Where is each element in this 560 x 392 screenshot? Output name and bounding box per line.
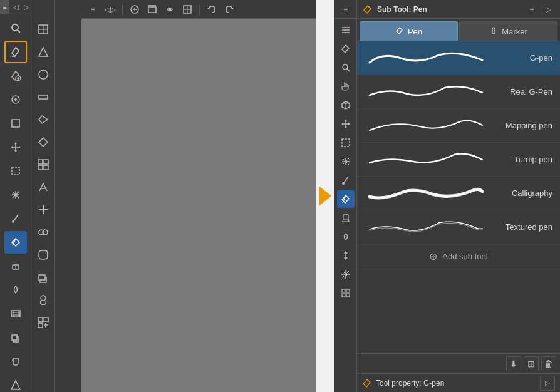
right-tool-hand[interactable] <box>337 78 355 95</box>
svg-rect-55 <box>44 160 48 164</box>
sub-tool-14[interactable] <box>33 312 54 333</box>
right-tool-3d[interactable] <box>337 96 355 114</box>
transform-tool[interactable] <box>4 183 27 206</box>
sub-tool-11[interactable] <box>33 244 54 266</box>
svg-rect-67 <box>44 317 48 322</box>
g-pen-stroke <box>363 49 489 68</box>
sub-tool-8[interactable] <box>33 177 54 198</box>
sub-tool-5[interactable] <box>33 109 54 130</box>
right-tool-figure2[interactable] <box>337 284 355 302</box>
sub-tool-10[interactable] <box>33 222 54 243</box>
redo-icon[interactable] <box>222 2 237 17</box>
pen-settings-tool[interactable] <box>4 64 27 87</box>
selection-tool[interactable] <box>4 160 27 182</box>
svg-rect-74 <box>148 7 156 13</box>
real-g-pen-stroke <box>363 83 489 101</box>
pen-tab-label: Pen <box>408 27 422 36</box>
arrow-right-icon <box>319 186 331 206</box>
sub-tool-13[interactable] <box>33 289 54 311</box>
right-tool-select[interactable] <box>337 134 355 152</box>
fill-pen-tool[interactable] <box>4 231 27 254</box>
svg-point-77 <box>169 8 171 11</box>
svg-marker-36 <box>11 381 20 389</box>
add-icon-btn[interactable]: ⊞ <box>524 356 539 371</box>
sub-tool-header-btn-1[interactable]: ≡ <box>525 3 539 16</box>
canvas-menu-icon[interactable]: ≡ <box>85 2 100 17</box>
right-tool-move[interactable] <box>337 115 355 133</box>
brush-item-calligraphy[interactable]: Calligraphy <box>357 177 560 210</box>
sub-tool-1[interactable] <box>33 19 54 40</box>
svg-rect-117 <box>492 28 495 34</box>
right-tool-star[interactable] <box>337 153 355 170</box>
right-menu-icon[interactable]: ≡ <box>339 3 353 16</box>
marker-tab-label: Marker <box>502 27 527 36</box>
svg-point-103 <box>342 182 345 185</box>
tool-property-expand-btn[interactable]: ▷ <box>540 376 555 391</box>
svg-marker-82 <box>231 8 234 9</box>
canvas-icon-1[interactable] <box>127 2 142 17</box>
brush-item-mapping-pen[interactable]: Mapping pen <box>357 109 560 143</box>
zoom-tool[interactable] <box>4 17 27 39</box>
undo-icon[interactable] <box>204 2 219 17</box>
right-tool-fill-pen[interactable] <box>337 190 355 208</box>
bucket-tool[interactable] <box>4 350 27 373</box>
sub-tool-7[interactable] <box>33 154 54 175</box>
canvas-nav-icon[interactable]: ◁▷ <box>103 2 118 17</box>
svg-marker-49 <box>39 48 48 56</box>
svg-rect-18 <box>12 167 19 175</box>
svg-marker-16 <box>11 146 13 148</box>
brush-item-turnip-pen[interactable]: Turnip pen <box>357 143 560 177</box>
right-tool-blend2[interactable] <box>337 228 355 245</box>
blend-tool[interactable] <box>4 279 27 301</box>
add-sub-tool-btn[interactable]: ⊕ Add sub tool <box>357 244 560 269</box>
sub-tool-3[interactable] <box>33 64 54 85</box>
canvas-icon-3[interactable] <box>162 2 177 17</box>
canvas-icon-2[interactable] <box>145 2 160 17</box>
right-tool-zoom[interactable] <box>337 59 355 76</box>
g-pen-name: G-pen <box>530 53 552 63</box>
right-tool-eyedrop[interactable] <box>337 172 355 189</box>
right-tool-menu[interactable] <box>337 21 355 39</box>
tab-pen[interactable]: Pen <box>360 21 458 41</box>
svg-rect-11 <box>12 120 19 127</box>
right-tool-eraser[interactable] <box>337 209 355 227</box>
sub-tool-9[interactable] <box>33 199 54 220</box>
film-tool[interactable] <box>4 302 27 325</box>
sub-tool-6[interactable] <box>33 132 54 153</box>
sub-tool-header-btn-2[interactable]: ▷ <box>541 3 555 16</box>
right-tool-pen[interactable] <box>337 40 355 58</box>
menu-icon[interactable]: ≡ <box>0 0 9 14</box>
right-tool-sparkle2[interactable] <box>337 266 355 283</box>
eyedropper-tool[interactable] <box>4 207 27 230</box>
brush-item-g-pen[interactable]: G-pen <box>357 41 560 75</box>
download-icon-btn[interactable]: ⬇ <box>506 356 521 371</box>
tab-marker[interactable]: Marker <box>459 21 557 41</box>
rectangle-tool[interactable] <box>4 112 27 135</box>
svg-line-37 <box>11 381 16 389</box>
eraser-tool[interactable] <box>4 255 27 277</box>
svg-marker-14 <box>14 142 17 144</box>
sub-tool-header-icon <box>362 4 373 15</box>
svg-point-51 <box>39 70 48 79</box>
layer-tool[interactable] <box>4 326 27 349</box>
sub-tool-2[interactable] <box>33 41 54 63</box>
brush-item-textured-pen[interactable]: Textured pen <box>357 210 560 244</box>
brush-item-real-g-pen[interactable]: Real G-Pen <box>357 75 560 109</box>
tool-property-icon <box>362 378 372 388</box>
pen-tool[interactable] <box>4 41 27 63</box>
canvas-icon-4[interactable] <box>180 2 195 17</box>
gradient-tool[interactable] <box>4 374 27 392</box>
airbrush-tool[interactable] <box>4 88 27 111</box>
right-tool-gradient2[interactable] <box>337 247 355 264</box>
arrow-container <box>316 0 334 392</box>
move-tool[interactable] <box>4 136 27 158</box>
tool-list <box>4 14 27 392</box>
pen-marker-tabs: Pen Marker <box>357 19 560 41</box>
prev-icon[interactable]: ◁ <box>11 0 20 14</box>
tool-property-title: Tool property: G-pen <box>376 379 444 388</box>
svg-rect-113 <box>342 289 345 292</box>
delete-icon-btn[interactable]: 🗑 <box>541 356 556 371</box>
sub-tool-4[interactable] <box>33 86 54 108</box>
sub-tool-12[interactable] <box>33 267 54 288</box>
next-icon[interactable]: ▷ <box>21 0 31 14</box>
